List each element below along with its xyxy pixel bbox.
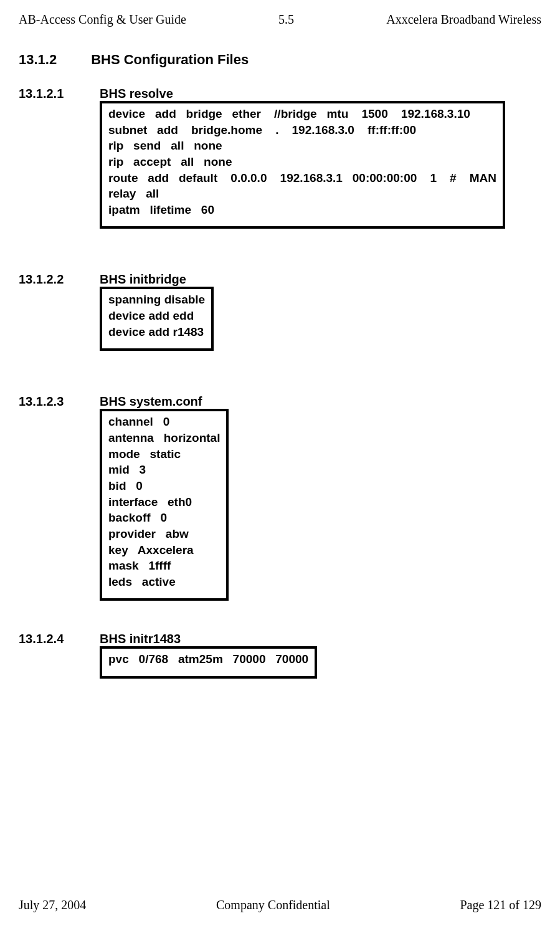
subsection-heading: 13.1.2.3BHS system.conf [19,394,541,409]
subsection-number: 13.1.2.1 [19,87,100,101]
code-block: pvc 0/768 atm25m 70000 70000 [100,646,317,679]
subsection-heading: 13.1.2.1BHS resolve [19,87,541,101]
subsection: 13.1.2.3BHS system.conf channel 0 antenn… [19,394,541,601]
code-block: spanning disable device add edd device a… [100,287,214,351]
page: AB-Access Config & User Guide 5.5 Axxcel… [0,0,560,931]
section-title: BHS Configuration Files [91,52,249,67]
code-block: device add bridge ether //bridge mtu 150… [100,101,505,229]
footer-center: Company Confidential [216,898,330,912]
subsection-heading: 13.1.2.2BHS initbridge [19,272,541,287]
page-footer: July 27, 2004 Company Confidential Page … [19,898,541,912]
code-block: channel 0 antenna horizontal mode static… [100,409,229,601]
subsection-title: BHS resolve [100,87,173,100]
subsection-title: BHS system.conf [100,394,202,408]
subsection-number: 13.1.2.4 [19,632,100,646]
header-right: Axxcelera Broadband Wireless [386,12,541,27]
subsection: 13.1.2.1BHS resolve device add bridge et… [19,87,541,229]
header-left: AB-Access Config & User Guide [19,12,186,27]
subsection: 13.1.2.2BHS initbridge spanning disable … [19,272,541,351]
subsection-title: BHS initbridge [100,272,186,286]
subsection-number: 13.1.2.3 [19,394,100,409]
page-header: AB-Access Config & User Guide 5.5 Axxcel… [19,12,541,27]
subsection-title: BHS initr1483 [100,632,181,646]
section-heading: 13.1.2 BHS Configuration Files [19,52,541,68]
footer-left: July 27, 2004 [19,898,86,912]
subsection-number: 13.1.2.2 [19,272,100,287]
header-center: 5.5 [278,12,294,27]
subsection-heading: 13.1.2.4BHS initr1483 [19,632,541,646]
footer-right: Page 121 of 129 [460,898,541,912]
section-number: 13.1.2 [19,52,87,68]
main-content: 13.1.2 BHS Configuration Files 13.1.2.1B… [19,45,541,886]
subsection: 13.1.2.4BHS initr1483 pvc 0/768 atm25m 7… [19,632,541,679]
